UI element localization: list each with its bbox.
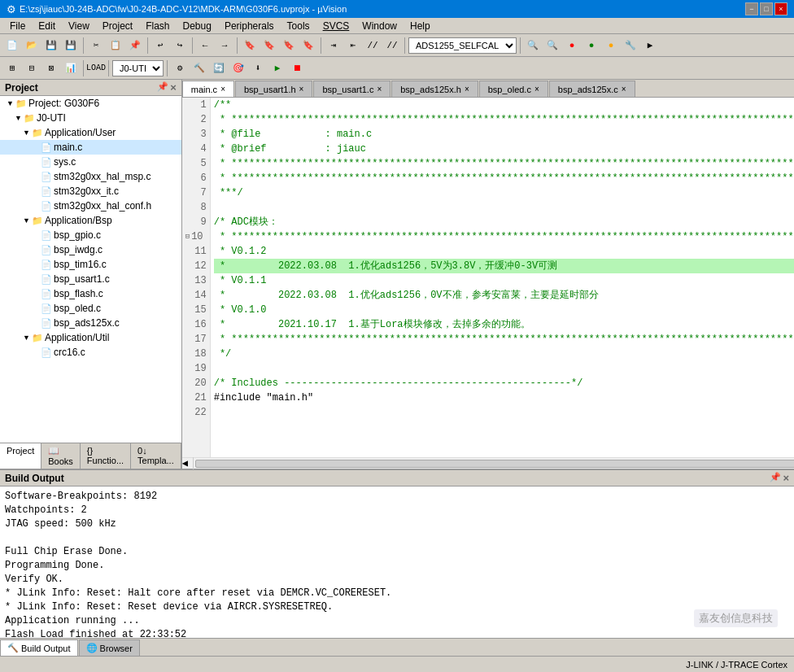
code-content[interactable]: /** * **********************************…: [211, 98, 794, 457]
pin-icon[interactable]: 📌: [157, 81, 168, 94]
tb-bookmark-next[interactable]: 🔖: [280, 37, 298, 55]
tb2-cfg[interactable]: ⚙: [171, 59, 189, 77]
menu-svcs[interactable]: SVCS: [316, 19, 356, 33]
tb2-1[interactable]: ⊞: [3, 59, 21, 77]
tb2-2[interactable]: ⊟: [23, 59, 41, 77]
code-tab-bsp-oled-c[interactable]: bsp_oled.c ×: [479, 81, 548, 97]
tb2-load[interactable]: LOAD: [87, 59, 105, 77]
tree-bsp-iwdg[interactable]: 📄 bsp_iwdg.c: [0, 242, 181, 257]
proj-tab-templates[interactable]: 0↓ Templa...: [131, 443, 181, 469]
menu-tools[interactable]: Tools: [281, 19, 316, 33]
code-tab-bsp-usart1-h[interactable]: bsp_usart1.h ×: [235, 81, 312, 97]
menu-flash[interactable]: Flash: [139, 19, 176, 33]
tb-comment[interactable]: //: [364, 37, 382, 55]
tb-open[interactable]: 📂: [23, 37, 41, 55]
tb-unindent[interactable]: ⇤: [344, 37, 362, 55]
minimize-button[interactable]: −: [745, 2, 758, 15]
tree-j0uti[interactable]: ▼ 📁 J0-UTI: [0, 111, 181, 125]
panel-close-button[interactable]: ×: [170, 81, 177, 94]
code-tab-main-c[interactable]: main.c ×: [182, 81, 234, 97]
tb-dbg1[interactable]: 🔍: [524, 37, 542, 55]
expand-j0uti[interactable]: ▼: [15, 114, 22, 122]
tree-sys-c[interactable]: 📄 sys.c: [0, 155, 181, 169]
menu-peripherals[interactable]: Peripherals: [218, 19, 281, 33]
close-tab-ads125x-h[interactable]: ×: [465, 85, 469, 94]
code-tab-bsp-usart1-c[interactable]: bsp_usart1.c ×: [313, 81, 390, 97]
code-horizontal-scroll[interactable]: ◀ ▶: [182, 457, 794, 469]
tb-indent[interactable]: ⇥: [325, 37, 342, 55]
tb-dbg4[interactable]: ●: [582, 37, 600, 55]
tb-dbg3[interactable]: ●: [563, 37, 581, 55]
tb2-target[interactable]: 🎯: [229, 59, 247, 77]
hscroll-track[interactable]: [195, 460, 794, 468]
menu-window[interactable]: Window: [356, 19, 404, 33]
bottom-close-button[interactable]: ×: [783, 472, 789, 484]
tree-root[interactable]: ▼ 📁 Project: G030F6: [0, 96, 181, 111]
tb-dbg6[interactable]: 🔧: [622, 37, 639, 55]
proj-tab-books[interactable]: 📖 Books: [41, 443, 81, 469]
tree-bsp-ads125x[interactable]: 📄 bsp_ads125x.c: [0, 316, 181, 330]
tb-save[interactable]: 💾: [42, 37, 60, 55]
menu-edit[interactable]: Edit: [32, 19, 62, 33]
proj-tab-project[interactable]: Project: [0, 443, 41, 469]
tb-saveall[interactable]: 💾: [62, 37, 80, 55]
maximize-button[interactable]: □: [760, 2, 773, 15]
expand-appuser[interactable]: ▼: [23, 129, 30, 137]
tb-paste[interactable]: 📌: [126, 37, 144, 55]
close-tab-usart1-h[interactable]: ×: [299, 85, 304, 94]
tb-more[interactable]: ▶: [641, 37, 659, 55]
bottom-pin-icon[interactable]: 📌: [770, 472, 781, 484]
code-editor[interactable]: 12345 6789⊟10 1112131415 1617181920 2122…: [182, 98, 794, 457]
close-tab-oled-c[interactable]: ×: [534, 85, 539, 94]
tree-bsp-tim16[interactable]: 📄 bsp_tim16.c: [0, 257, 181, 272]
close-tab-main-c[interactable]: ×: [220, 85, 225, 94]
tree-appuser[interactable]: ▼ 📁 Application/User: [0, 125, 181, 140]
tree-stm32-conf[interactable]: 📄 stm32g0xx_hal_conf.h: [0, 199, 181, 213]
tree-bsp-usart1[interactable]: 📄 bsp_usart1.c: [0, 272, 181, 286]
tb-back[interactable]: ←: [196, 37, 214, 55]
tree-main-c[interactable]: 📄 main.c: [0, 140, 181, 155]
bottom-tab-build-output[interactable]: 🔨 Build Output: [0, 639, 78, 656]
tb-cut[interactable]: ✂: [87, 37, 105, 55]
tree-stm32-it[interactable]: 📄 stm32g0xx_it.c: [0, 184, 181, 199]
proj-tab-functions[interactable]: {} Functio...: [81, 443, 131, 469]
tb2-rebuild[interactable]: 🔄: [210, 59, 228, 77]
code-tab-bsp-ads125x-c[interactable]: bsp_ads125x.c ×: [549, 81, 635, 97]
tb-bookmark[interactable]: 🔖: [241, 37, 259, 55]
menu-debug[interactable]: Debug: [177, 19, 218, 33]
bottom-tab-browser[interactable]: 🌐 Browser: [79, 639, 140, 656]
tb2-dl[interactable]: ⬇: [249, 59, 267, 77]
menu-file[interactable]: File: [3, 19, 32, 33]
title-bar-controls[interactable]: − □ ×: [745, 2, 787, 15]
tb-new[interactable]: 📄: [3, 37, 21, 55]
tb-redo[interactable]: ↪: [171, 37, 189, 55]
menu-help[interactable]: Help: [404, 19, 437, 33]
hscroll-left-btn[interactable]: ◀: [182, 457, 194, 469]
tb2-stop[interactable]: ⏹: [288, 59, 306, 77]
close-tab-ads125x-c[interactable]: ×: [622, 85, 626, 94]
tb-bookmark-prev[interactable]: 🔖: [260, 37, 278, 55]
tb-forward[interactable]: →: [216, 37, 233, 55]
tb-dbg5[interactable]: ●: [602, 37, 620, 55]
expand-apputil[interactable]: ▼: [23, 334, 30, 342]
tree-appbsp[interactable]: ▼ 📁 Application/Bsp: [0, 213, 181, 228]
close-tab-usart1-c[interactable]: ×: [377, 85, 382, 94]
tree-crc16[interactable]: 📄 crc16.c: [0, 345, 181, 360]
close-button[interactable]: ×: [774, 2, 787, 15]
tree-bsp-gpio[interactable]: 📄 bsp_gpio.c: [0, 228, 181, 242]
tb2-start[interactable]: ▶: [268, 59, 286, 77]
expand-root[interactable]: ▼: [7, 99, 14, 107]
menu-view[interactable]: View: [62, 19, 96, 33]
tb2-4[interactable]: 📊: [62, 59, 80, 77]
tb-copy[interactable]: 📋: [107, 37, 124, 55]
tb2-build[interactable]: 🔨: [190, 59, 208, 77]
tree-bsp-oled[interactable]: 📄 bsp_oled.c: [0, 301, 181, 316]
tb2-dropdown-project[interactable]: J0-UTI: [112, 60, 164, 76]
expand-appbsp[interactable]: ▼: [23, 216, 30, 225]
tb-clear-bookmark[interactable]: 🔖: [299, 37, 317, 55]
tb-undo[interactable]: ↩: [151, 37, 169, 55]
menu-project[interactable]: Project: [96, 19, 139, 33]
tree-stm32-msp[interactable]: 📄 stm32g0xx_hal_msp.c: [0, 169, 181, 184]
tb2-3[interactable]: ⊠: [42, 59, 60, 77]
tb-dropdown-target[interactable]: ADS1255_SELFCAL: [408, 37, 517, 54]
